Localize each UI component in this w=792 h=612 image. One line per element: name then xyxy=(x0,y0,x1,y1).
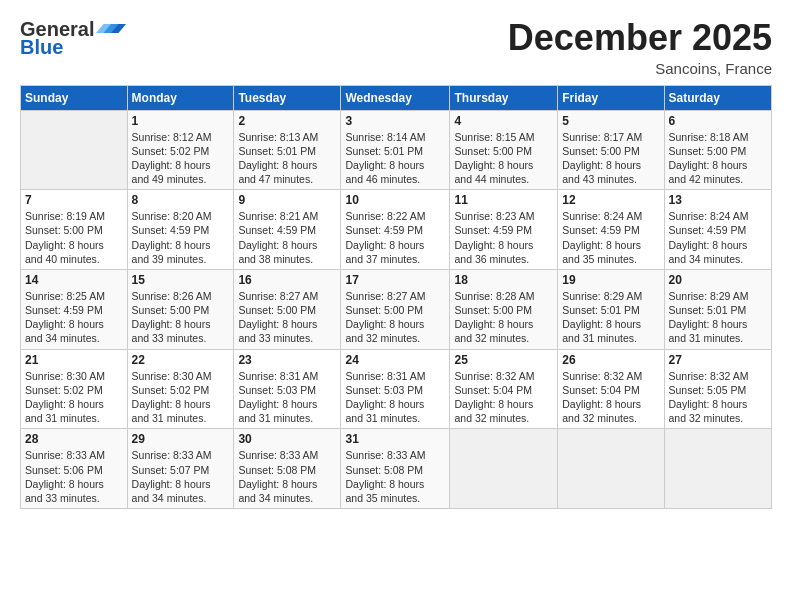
day-number: 24 xyxy=(345,353,445,367)
day-info: Sunrise: 8:19 AMSunset: 5:00 PMDaylight:… xyxy=(25,209,123,266)
day-info: Sunrise: 8:29 AMSunset: 5:01 PMDaylight:… xyxy=(562,289,659,346)
day-info: Sunrise: 8:24 AMSunset: 4:59 PMDaylight:… xyxy=(669,209,767,266)
day-number: 21 xyxy=(25,353,123,367)
day-number: 10 xyxy=(345,193,445,207)
calendar-cell: 10Sunrise: 8:22 AMSunset: 4:59 PMDayligh… xyxy=(341,190,450,270)
day-info: Sunrise: 8:31 AMSunset: 5:03 PMDaylight:… xyxy=(345,369,445,426)
calendar-cell: 19Sunrise: 8:29 AMSunset: 5:01 PMDayligh… xyxy=(558,269,664,349)
day-info: Sunrise: 8:26 AMSunset: 5:00 PMDaylight:… xyxy=(132,289,230,346)
day-info: Sunrise: 8:33 AMSunset: 5:07 PMDaylight:… xyxy=(132,448,230,505)
day-number: 5 xyxy=(562,114,659,128)
calendar-cell xyxy=(558,429,664,509)
title-block: December 2025 Sancoins, France xyxy=(508,18,772,77)
weekday-header-thursday: Thursday xyxy=(450,85,558,110)
page-container: General Blue December 2025 Sancoins, Fra… xyxy=(0,0,792,519)
day-number: 29 xyxy=(132,432,230,446)
weekday-header-monday: Monday xyxy=(127,85,234,110)
day-info: Sunrise: 8:28 AMSunset: 5:00 PMDaylight:… xyxy=(454,289,553,346)
day-number: 16 xyxy=(238,273,336,287)
day-number: 30 xyxy=(238,432,336,446)
logo-blue: Blue xyxy=(20,36,63,58)
day-info: Sunrise: 8:33 AMSunset: 5:08 PMDaylight:… xyxy=(238,448,336,505)
calendar-cell: 3Sunrise: 8:14 AMSunset: 5:01 PMDaylight… xyxy=(341,110,450,190)
day-info: Sunrise: 8:30 AMSunset: 5:02 PMDaylight:… xyxy=(132,369,230,426)
day-number: 15 xyxy=(132,273,230,287)
day-info: Sunrise: 8:24 AMSunset: 4:59 PMDaylight:… xyxy=(562,209,659,266)
day-number: 11 xyxy=(454,193,553,207)
weekday-header-tuesday: Tuesday xyxy=(234,85,341,110)
day-number: 6 xyxy=(669,114,767,128)
day-info: Sunrise: 8:27 AMSunset: 5:00 PMDaylight:… xyxy=(345,289,445,346)
day-number: 27 xyxy=(669,353,767,367)
day-number: 14 xyxy=(25,273,123,287)
calendar-cell: 17Sunrise: 8:27 AMSunset: 5:00 PMDayligh… xyxy=(341,269,450,349)
day-info: Sunrise: 8:25 AMSunset: 4:59 PMDaylight:… xyxy=(25,289,123,346)
day-info: Sunrise: 8:22 AMSunset: 4:59 PMDaylight:… xyxy=(345,209,445,266)
calendar-cell: 5Sunrise: 8:17 AMSunset: 5:00 PMDaylight… xyxy=(558,110,664,190)
calendar-cell: 25Sunrise: 8:32 AMSunset: 5:04 PMDayligh… xyxy=(450,349,558,429)
calendar-cell: 28Sunrise: 8:33 AMSunset: 5:06 PMDayligh… xyxy=(21,429,128,509)
day-info: Sunrise: 8:32 AMSunset: 5:04 PMDaylight:… xyxy=(562,369,659,426)
day-info: Sunrise: 8:27 AMSunset: 5:00 PMDaylight:… xyxy=(238,289,336,346)
day-number: 2 xyxy=(238,114,336,128)
calendar-cell: 22Sunrise: 8:30 AMSunset: 5:02 PMDayligh… xyxy=(127,349,234,429)
calendar-cell: 16Sunrise: 8:27 AMSunset: 5:00 PMDayligh… xyxy=(234,269,341,349)
day-info: Sunrise: 8:29 AMSunset: 5:01 PMDaylight:… xyxy=(669,289,767,346)
day-number: 20 xyxy=(669,273,767,287)
location: Sancoins, France xyxy=(508,60,772,77)
day-number: 19 xyxy=(562,273,659,287)
calendar-cell: 18Sunrise: 8:28 AMSunset: 5:00 PMDayligh… xyxy=(450,269,558,349)
day-info: Sunrise: 8:23 AMSunset: 4:59 PMDaylight:… xyxy=(454,209,553,266)
calendar-cell: 9Sunrise: 8:21 AMSunset: 4:59 PMDaylight… xyxy=(234,190,341,270)
day-number: 3 xyxy=(345,114,445,128)
calendar-cell: 15Sunrise: 8:26 AMSunset: 5:00 PMDayligh… xyxy=(127,269,234,349)
calendar-cell: 12Sunrise: 8:24 AMSunset: 4:59 PMDayligh… xyxy=(558,190,664,270)
logo: General Blue xyxy=(20,18,126,58)
calendar-cell xyxy=(664,429,771,509)
day-number: 1 xyxy=(132,114,230,128)
calendar-cell: 24Sunrise: 8:31 AMSunset: 5:03 PMDayligh… xyxy=(341,349,450,429)
day-number: 28 xyxy=(25,432,123,446)
week-row-4: 21Sunrise: 8:30 AMSunset: 5:02 PMDayligh… xyxy=(21,349,772,429)
calendar-cell: 2Sunrise: 8:13 AMSunset: 5:01 PMDaylight… xyxy=(234,110,341,190)
calendar-cell: 1Sunrise: 8:12 AMSunset: 5:02 PMDaylight… xyxy=(127,110,234,190)
week-row-5: 28Sunrise: 8:33 AMSunset: 5:06 PMDayligh… xyxy=(21,429,772,509)
weekday-header-row: SundayMondayTuesdayWednesdayThursdayFrid… xyxy=(21,85,772,110)
day-number: 9 xyxy=(238,193,336,207)
calendar-cell: 11Sunrise: 8:23 AMSunset: 4:59 PMDayligh… xyxy=(450,190,558,270)
day-number: 18 xyxy=(454,273,553,287)
weekday-header-saturday: Saturday xyxy=(664,85,771,110)
weekday-header-friday: Friday xyxy=(558,85,664,110)
calendar-cell: 27Sunrise: 8:32 AMSunset: 5:05 PMDayligh… xyxy=(664,349,771,429)
day-info: Sunrise: 8:20 AMSunset: 4:59 PMDaylight:… xyxy=(132,209,230,266)
calendar-cell: 14Sunrise: 8:25 AMSunset: 4:59 PMDayligh… xyxy=(21,269,128,349)
day-info: Sunrise: 8:33 AMSunset: 5:06 PMDaylight:… xyxy=(25,448,123,505)
logo-icon xyxy=(96,18,126,36)
weekday-header-wednesday: Wednesday xyxy=(341,85,450,110)
day-info: Sunrise: 8:33 AMSunset: 5:08 PMDaylight:… xyxy=(345,448,445,505)
calendar-table: SundayMondayTuesdayWednesdayThursdayFrid… xyxy=(20,85,772,509)
day-number: 26 xyxy=(562,353,659,367)
day-number: 12 xyxy=(562,193,659,207)
day-info: Sunrise: 8:31 AMSunset: 5:03 PMDaylight:… xyxy=(238,369,336,426)
day-number: 8 xyxy=(132,193,230,207)
calendar-cell: 30Sunrise: 8:33 AMSunset: 5:08 PMDayligh… xyxy=(234,429,341,509)
calendar-cell: 6Sunrise: 8:18 AMSunset: 5:00 PMDaylight… xyxy=(664,110,771,190)
calendar-cell: 29Sunrise: 8:33 AMSunset: 5:07 PMDayligh… xyxy=(127,429,234,509)
calendar-cell: 26Sunrise: 8:32 AMSunset: 5:04 PMDayligh… xyxy=(558,349,664,429)
calendar-cell: 7Sunrise: 8:19 AMSunset: 5:00 PMDaylight… xyxy=(21,190,128,270)
day-info: Sunrise: 8:15 AMSunset: 5:00 PMDaylight:… xyxy=(454,130,553,187)
day-number: 13 xyxy=(669,193,767,207)
day-info: Sunrise: 8:32 AMSunset: 5:05 PMDaylight:… xyxy=(669,369,767,426)
day-number: 17 xyxy=(345,273,445,287)
day-info: Sunrise: 8:32 AMSunset: 5:04 PMDaylight:… xyxy=(454,369,553,426)
week-row-3: 14Sunrise: 8:25 AMSunset: 4:59 PMDayligh… xyxy=(21,269,772,349)
day-number: 4 xyxy=(454,114,553,128)
day-number: 22 xyxy=(132,353,230,367)
calendar-cell: 31Sunrise: 8:33 AMSunset: 5:08 PMDayligh… xyxy=(341,429,450,509)
day-info: Sunrise: 8:12 AMSunset: 5:02 PMDaylight:… xyxy=(132,130,230,187)
day-info: Sunrise: 8:21 AMSunset: 4:59 PMDaylight:… xyxy=(238,209,336,266)
calendar-cell: 23Sunrise: 8:31 AMSunset: 5:03 PMDayligh… xyxy=(234,349,341,429)
day-info: Sunrise: 8:18 AMSunset: 5:00 PMDaylight:… xyxy=(669,130,767,187)
calendar-cell xyxy=(21,110,128,190)
